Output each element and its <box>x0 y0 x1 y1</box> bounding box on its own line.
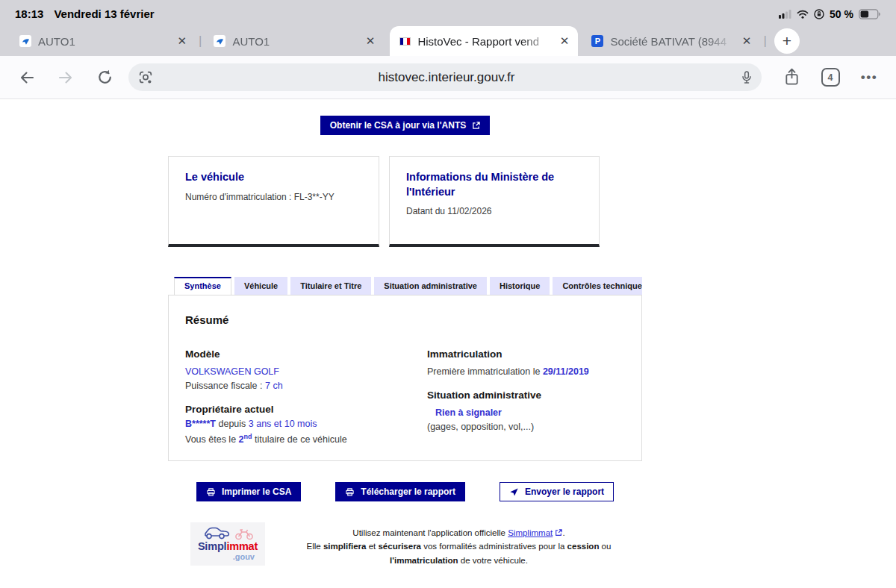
browser-tab-title: Société BATIVAT (8944 <box>610 35 733 48</box>
footer-text: Utilisez maintenant l'application offici… <box>265 522 642 567</box>
close-tab-icon[interactable]: ✕ <box>364 34 377 48</box>
download-report-label: Télécharger le rapport <box>361 487 455 497</box>
lens-icon[interactable] <box>137 69 154 86</box>
wifi-icon <box>797 10 809 19</box>
obtain-csa-label: Obtenir le CSA à jour via l'ANTS <box>330 120 466 131</box>
external-link-icon <box>472 122 480 130</box>
status-bar: 18:13 Vendredi 13 février <box>0 0 896 26</box>
owner-line: B*****T depuis 3 ans et 10 mois <box>185 419 411 429</box>
browser-tab-title: AUTO1 <box>232 35 357 48</box>
external-link-icon <box>555 529 562 537</box>
browser-nav-bar: histovec.interieur.gouv.fr 4 ••• <box>0 56 896 99</box>
france-flag-favicon-icon <box>399 35 411 47</box>
tab-separator: | <box>763 34 766 49</box>
tab-synthese[interactable]: Synthèse <box>174 277 231 295</box>
ministry-card: Informations du Ministère de l'Intérieur… <box>389 156 600 247</box>
vehicle-model-link[interactable]: VOLKSWAGEN GOLF <box>185 366 279 377</box>
tab-historique[interactable]: Historique <box>490 277 550 295</box>
printer-icon <box>345 487 355 497</box>
situation-status: Rien à signaler <box>435 407 502 418</box>
paper-plane-icon <box>509 487 519 497</box>
download-report-button[interactable]: Télécharger le rapport <box>335 482 465 501</box>
tab-situation-administrative[interactable]: Situation administrative <box>374 277 487 295</box>
proprietaire-label: Propriétaire actuel <box>185 404 411 415</box>
cellular-signal-icon <box>779 10 791 19</box>
close-tab-icon[interactable]: ✕ <box>559 34 571 48</box>
tab-vehicule[interactable]: Véhicule <box>234 277 287 295</box>
new-tab-button[interactable]: + <box>774 28 800 54</box>
tab-count: 4 <box>821 68 840 87</box>
browser-tab-auto1-2[interactable]: AUTO1 ✕ <box>205 26 384 56</box>
situation-note: (gages, opposition, vol,...) <box>427 422 625 432</box>
summary-cards: Le véhicule Numéro d'immatriculation : F… <box>168 156 642 247</box>
share-button[interactable] <box>772 61 811 94</box>
report-tabs: Synthèse Véhicule Titulaire et Titre Sit… <box>168 277 642 295</box>
first-registration-line: Première immatriculation le 29/11/2019 <box>427 366 625 377</box>
modele-label: Modèle <box>185 348 411 360</box>
holder-rank-line: Vous êtes le 2nd titulaire de ce véhicul… <box>185 433 411 445</box>
histovec-page: Obtenir le CSA à jour via l'ANTS Le véhi… <box>0 99 896 567</box>
simplimmat-footer: Simplimmat .gouv Utilisez maintenant l'a… <box>168 522 642 567</box>
tab-controles-techniques[interactable]: Contrôles techniques <box>553 277 642 295</box>
report-actions: Imprimer le CSA Télécharger le rapport E… <box>168 482 642 501</box>
printer-icon <box>206 487 216 497</box>
simplimmat-wordmark: Simplimmat <box>198 541 258 552</box>
simplimmat-link[interactable]: Simplimmat <box>508 528 553 537</box>
print-csa-label: Imprimer le CSA <box>222 487 291 497</box>
microphone-icon[interactable] <box>739 69 754 86</box>
immatriculation-label: Immatriculation <box>427 348 625 360</box>
print-csa-button[interactable]: Imprimer le CSA <box>196 482 301 501</box>
auto1-favicon-icon <box>19 35 31 47</box>
owner-name: B*****T <box>185 419 216 429</box>
fiscal-power-value: 7 ch <box>265 381 283 391</box>
url-text[interactable]: histovec.interieur.gouv.fr <box>154 70 739 85</box>
browser-tab-auto1-1[interactable]: AUTO1 ✕ <box>10 26 196 56</box>
browser-tab-strip: AUTO1 ✕ | AUTO1 ✕ HistoVec - Rapport ven… <box>0 26 896 56</box>
vehicle-card: Le véhicule Numéro d'immatriculation : F… <box>168 156 379 247</box>
tab-switcher-button[interactable]: 4 <box>811 61 850 94</box>
ministry-card-body: Datant du 11/02/2026 <box>406 206 582 216</box>
browser-menu-button[interactable]: ••• <box>850 61 889 94</box>
vehicle-card-body: Numéro d'immatriculation : FL-3**-YY <box>185 192 362 202</box>
ministry-card-title: Informations du Ministère de l'Intérieur <box>406 170 582 199</box>
date: Vendredi 13 février <box>54 7 154 20</box>
gouv-wordmark: .gouv <box>233 552 255 561</box>
motorcycle-icon <box>234 528 254 540</box>
car-icon <box>202 526 232 540</box>
simplimmat-logo: Simplimmat .gouv <box>190 522 265 566</box>
send-report-label: Envoyer le rapport <box>525 487 604 497</box>
panel-heading: Résumé <box>185 313 625 326</box>
clock: 18:13 <box>15 7 43 20</box>
ownership-duration: 3 ans et 10 mois <box>249 419 317 429</box>
vehicle-card-title: Le véhicule <box>185 170 362 185</box>
browser-tab-title: HistoVec - Rapport vend <box>417 35 551 48</box>
tab-titulaire-et-titre[interactable]: Titulaire et Titre <box>290 277 371 295</box>
browser-tab-bativat[interactable]: P Société BATIVAT (8944 ✕ <box>582 26 760 56</box>
browser-tab-histovec-active[interactable]: HistoVec - Rapport vend ✕ <box>390 26 578 56</box>
situation-label: Situation administrative <box>427 390 625 401</box>
battery-percent: 50 % <box>830 8 853 20</box>
orientation-lock-icon <box>814 9 824 19</box>
browser-tab-title: AUTO1 <box>38 35 169 48</box>
url-bar[interactable]: histovec.interieur.gouv.fr <box>128 63 762 91</box>
reload-button[interactable] <box>85 61 124 94</box>
first-registration-date: 29/11/2019 <box>543 366 589 377</box>
close-tab-icon[interactable]: ✕ <box>175 34 188 48</box>
fiscal-power-line: Puissance fiscale : 7 ch <box>185 381 411 391</box>
close-tab-icon[interactable]: ✕ <box>741 34 753 48</box>
battery-icon <box>859 9 881 19</box>
pappers-favicon-icon: P <box>591 35 603 47</box>
obtain-csa-button[interactable]: Obtenir le CSA à jour via l'ANTS <box>320 116 490 135</box>
tab-separator: | <box>199 34 202 49</box>
back-button[interactable] <box>7 61 46 94</box>
forward-button[interactable] <box>46 61 85 94</box>
synthese-panel: Résumé Modèle VOLKSWAGEN GOLF Puissance … <box>168 295 642 461</box>
auto1-favicon-icon <box>214 35 225 47</box>
ellipsis-icon: ••• <box>861 70 877 85</box>
send-report-button[interactable]: Envoyer le rapport <box>500 482 614 501</box>
